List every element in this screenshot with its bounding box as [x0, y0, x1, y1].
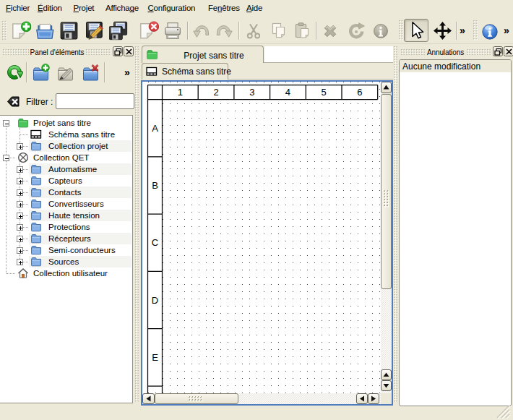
svg-text:E: E — [152, 352, 158, 363]
svg-text:C: C — [152, 237, 158, 248]
svg-text:A: A — [152, 123, 158, 134]
svg-text:6: 6 — [357, 87, 362, 98]
svg-text:D: D — [152, 295, 158, 306]
svg-text:1: 1 — [178, 87, 183, 98]
svg-text:2: 2 — [213, 87, 218, 98]
svg-text:3: 3 — [249, 87, 254, 98]
svg-text:B: B — [152, 180, 158, 191]
svg-text:4: 4 — [285, 87, 290, 98]
svg-text:5: 5 — [322, 87, 327, 98]
